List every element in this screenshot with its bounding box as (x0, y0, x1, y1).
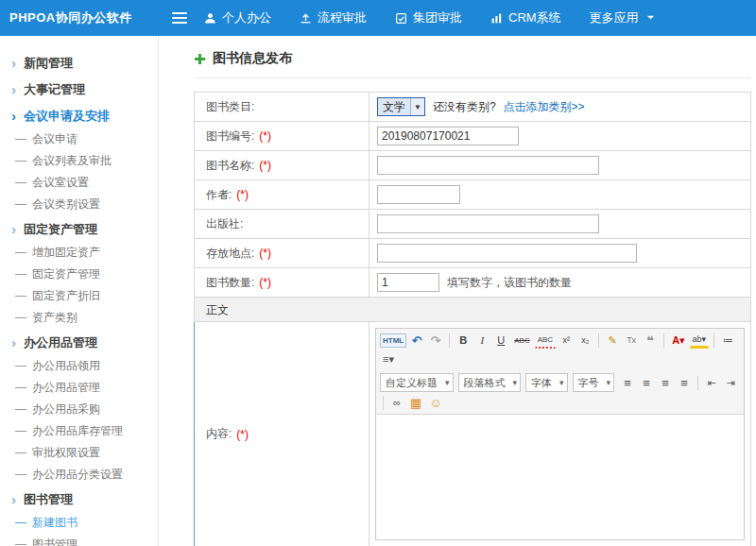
form-row-number: 图书编号: (*) (195, 122, 750, 151)
required-marker: (*) (259, 247, 271, 260)
sidebar-item[interactable]: —办公用品采购 (0, 399, 158, 420)
bold-icon[interactable]: B (455, 332, 472, 349)
sidebar-item-label: 增加固定资产 (32, 242, 100, 264)
superscript-icon[interactable]: x² (558, 332, 575, 349)
sidebar-item[interactable]: —审批权限设置 (0, 442, 158, 464)
location-input[interactable] (377, 244, 637, 263)
format-painter-icon[interactable]: ✎ (604, 332, 621, 349)
form-row-quantity: 图书数量: (*) 填写数字，该图书的数量 (195, 268, 750, 298)
top-nav-workflow-approval[interactable]: 流程审批 (300, 9, 367, 26)
underline-icon[interactable]: U (492, 332, 509, 349)
ordered-list-icon[interactable]: ≔ (719, 332, 736, 349)
quantity-input[interactable] (377, 273, 439, 292)
spellcheck-icon[interactable]: ABC (535, 332, 556, 349)
sidebar-item[interactable]: —增加固定资产 (0, 242, 158, 264)
sidebar-group-events-management[interactable]: ›大事记管理 (0, 77, 158, 102)
image-icon[interactable]: ▦ (407, 394, 424, 411)
field-label: 图书类目: (206, 99, 254, 115)
outdent-icon[interactable]: ⇤ (703, 374, 720, 391)
top-nav-group-approval[interactable]: 集团审批 (395, 9, 462, 26)
top-nav-personal-office[interactable]: 个人办公 (204, 9, 271, 26)
italic-icon[interactable]: I (473, 332, 490, 349)
form-row-name: 图书名称: (*) (195, 151, 750, 180)
link-icon[interactable]: ∞ (388, 394, 405, 411)
toolbar-separator (598, 333, 599, 348)
toolbar-separator (449, 333, 450, 348)
dash-prefix: — (15, 194, 26, 215)
sidebar-item[interactable]: —图书管理 (0, 534, 158, 546)
sidebar-item[interactable]: —固定资产管理 (0, 264, 158, 285)
align-justify-icon[interactable]: ≡ (676, 374, 693, 391)
sidebar-group-office-supplies[interactable]: ›办公用品管理 (0, 331, 158, 355)
crm-chart-icon (490, 12, 503, 25)
sidebar-item[interactable]: —会议申请 (0, 128, 158, 150)
remove-format-icon[interactable]: Tx (623, 332, 640, 349)
required-marker: (*) (259, 276, 271, 289)
sidebar-item-label: 资产类别 (32, 307, 77, 329)
author-input[interactable] (377, 185, 460, 204)
subscript-icon[interactable]: x₂ (576, 332, 593, 349)
chevron-down-icon: ▾ (559, 378, 564, 387)
field-value-cell (369, 180, 750, 209)
blockquote-icon[interactable]: ❝ (642, 332, 659, 349)
sidebar-item-label: 办公用品采购 (32, 399, 100, 420)
highlight-color-icon[interactable]: ab▾ (690, 332, 710, 349)
custom-heading-select[interactable]: 自定义标题▾ (380, 373, 454, 392)
book-name-input[interactable] (377, 156, 599, 175)
sidebar-item[interactable]: —会议类别设置 (0, 194, 158, 215)
font-family-select[interactable]: 字体▾ (525, 373, 568, 392)
align-left-icon[interactable]: ≡ (619, 374, 636, 391)
divider (194, 77, 751, 78)
field-label-cell: 图书类目: (195, 93, 369, 121)
html-source-button[interactable]: HTML (380, 333, 406, 348)
toolbar-separator (663, 333, 664, 348)
indent-icon[interactable]: ⇥ (722, 374, 739, 391)
sidebar-item-label: 会议列表及审批 (32, 150, 112, 172)
sidebar-item[interactable]: —办公用品库存管理 (0, 420, 158, 442)
dash-prefix: — (15, 172, 26, 194)
sidebar-item[interactable]: —办公用品领用 (0, 355, 158, 377)
book-number-input[interactable] (377, 127, 519, 145)
category-select[interactable]: 文学 ▼ (377, 97, 425, 116)
sidebar-item[interactable]: —办公用品管理 (0, 377, 158, 399)
editor-content-area[interactable] (376, 415, 744, 539)
top-nav-label: CRM系统 (508, 9, 561, 26)
sidebar-item[interactable]: —固定资产折旧 (0, 285, 158, 307)
sidebar-item[interactable]: —资产类别 (0, 307, 158, 329)
sidebar-group-fixed-assets[interactable]: ›固定资产管理 (0, 217, 158, 242)
sidebar-group-meeting-management[interactable]: ›会议申请及安排 (0, 104, 158, 128)
app-logo: PHPOA协同办公软件 (0, 9, 159, 26)
sidebar-item[interactable]: —会议列表及审批 (0, 150, 158, 172)
field-label-cell: 出版社: (195, 210, 369, 238)
add-category-link[interactable]: 点击添加类别>> (504, 99, 585, 115)
emoticon-icon[interactable]: ☺ (426, 394, 444, 411)
app-window: PHPOA协同办公软件 个人办公流程审批集团审批CRM系统更多应用 ›新闻管理›… (0, 0, 756, 546)
align-right-icon[interactable]: ≡ (657, 374, 674, 391)
sidebar-menu: ›新闻管理›大事记管理›会议申请及安排—会议申请—会议列表及审批—会议室设置—会… (0, 36, 159, 546)
sidebar-item[interactable]: —办公用品分类设置 (0, 464, 158, 486)
sidebar-item[interactable]: —会议室设置 (0, 172, 158, 194)
top-nav-more-apps[interactable]: 更多应用 (590, 9, 655, 26)
sidebar-group-book-management[interactable]: ›图书管理 (0, 487, 158, 512)
paragraph-format-select[interactable]: 段落格式▾ (458, 373, 522, 392)
chevron-down-icon: ▾ (445, 378, 450, 387)
unordered-list-icon[interactable]: ≡▾ (380, 350, 397, 367)
sidebar-group-news-management[interactable]: ›新闻管理 (0, 51, 158, 76)
dash-prefix: — (15, 285, 26, 307)
align-center-icon[interactable]: ≡ (638, 374, 655, 391)
top-nav-crm-system[interactable]: CRM系统 (490, 9, 561, 26)
sidebar-group-label: 新闻管理 (24, 51, 73, 76)
field-value-cell: HTML↶↷BIUABCABCx²x₂✎Tx❝A▾ab▾≔≡▾ 自定义标题▾段落… (369, 322, 750, 546)
field-value-cell: 文学 ▼ 还没有类别? 点击添加类别>> (369, 93, 750, 121)
undo-icon[interactable]: ↶ (408, 332, 425, 349)
font-size-select[interactable]: 字号▾ (573, 373, 615, 392)
sidebar-item[interactable]: —新建图书 (0, 512, 158, 534)
font-color-icon[interactable]: A▾ (669, 332, 687, 349)
hamburger-menu-icon[interactable] (172, 9, 187, 26)
sidebar-item-label: 办公用品库存管理 (32, 420, 123, 442)
field-label: 图书编号: (206, 128, 254, 145)
strikethrough-icon[interactable]: ABC (511, 332, 532, 349)
publisher-input[interactable] (377, 214, 599, 233)
sidebar-item-label: 办公用品分类设置 (32, 464, 123, 486)
redo-icon[interactable]: ↷ (427, 332, 444, 349)
